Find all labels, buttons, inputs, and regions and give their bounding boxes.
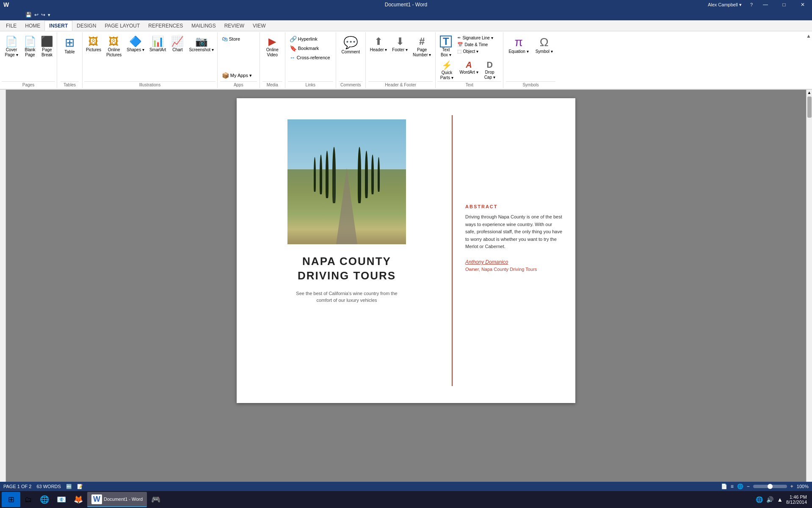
tables-items: ⊞ Table	[61, 33, 79, 81]
store-icon: 🛍	[222, 36, 228, 42]
left-ruler	[0, 90, 6, 482]
undo-button[interactable]: ↩	[34, 12, 39, 18]
tab-insert[interactable]: INSERT	[44, 20, 72, 31]
drop-cap-button[interactable]: D DropCap ▾	[482, 59, 498, 81]
online-video-icon: ▶	[268, 36, 276, 47]
my-apps-label: My Apps ▾	[230, 73, 252, 78]
shapes-button[interactable]: 🔷 Shapes ▾	[125, 35, 146, 53]
store-button[interactable]: 🛍 Store	[220, 35, 242, 43]
vertical-scrollbar[interactable]: ▲	[806, 90, 812, 482]
user-menu[interactable]: Alex Campbell ▾	[703, 2, 747, 8]
drop-cap-label: DropCap ▾	[484, 70, 495, 80]
text-group-label: Text	[437, 81, 501, 87]
text-items-row1: T TextBox ▾ ✒ Signature Line ▾ 📅 Date & …	[437, 35, 500, 58]
network-icon[interactable]: 🌐	[756, 496, 763, 503]
tab-home[interactable]: HOME	[21, 20, 44, 31]
page-break-button[interactable]: ⬛ PageBreak	[39, 35, 55, 58]
pictures-button[interactable]: 🖼 Pictures	[84, 35, 103, 53]
maximize-button[interactable]: □	[775, 0, 793, 9]
lang-icon: 🔤	[66, 484, 72, 489]
zoom-level: 100%	[797, 484, 809, 489]
tab-file[interactable]: FILE	[2, 20, 21, 31]
quick-parts-label: QuickParts ▾	[440, 70, 453, 80]
bookmark-button[interactable]: 🔖 Bookmark	[288, 44, 333, 52]
cypress-2	[326, 151, 329, 198]
online-pictures-button[interactable]: 🖼 OnlinePictures	[105, 35, 123, 58]
signature-line-button[interactable]: ✒ Signature Line ▾	[456, 35, 494, 41]
symbols-group-label: Symbols	[506, 81, 555, 87]
scroll-up-button[interactable]: ▲	[807, 90, 812, 95]
volume-icon[interactable]: 🔊	[766, 496, 773, 503]
collapse-ribbon-button[interactable]: ▲	[805, 32, 812, 88]
page-break-label: PageBreak	[41, 47, 52, 58]
cover-page-button[interactable]: 📄 CoverPage ▾	[2, 35, 21, 58]
footer-button[interactable]: ⬇ Footer ▾	[390, 35, 409, 53]
store-label: Store	[229, 36, 240, 41]
scroll-thumb[interactable]	[807, 97, 812, 118]
text-box-label: TextBox ▾	[441, 47, 451, 58]
left-page-content: NAPA COUNTYDRIVING TOURS See the best of…	[258, 119, 436, 304]
zoom-slider[interactable]	[753, 485, 787, 488]
redo-button[interactable]: ↪	[41, 12, 45, 18]
taskbar-firefox[interactable]: 🦊	[70, 492, 86, 507]
quick-parts-button[interactable]: ⚡ QuickParts ▾	[437, 59, 456, 81]
online-video-label: OnlineVideo	[266, 47, 279, 58]
page-number-button[interactable]: # PageNumber ▾	[411, 35, 433, 58]
table-button[interactable]: ⊞ Table	[62, 35, 77, 55]
tab-view[interactable]: VIEW	[249, 20, 270, 31]
table-label: Table	[65, 50, 75, 54]
save-button[interactable]: 💾	[25, 12, 32, 18]
print-layout-view[interactable]: 📄	[721, 483, 727, 489]
help-button[interactable]: ?	[747, 2, 756, 7]
online-video-button[interactable]: ▶ OnlineVideo	[265, 35, 280, 58]
taskbar-chrome[interactable]: 🌐	[36, 492, 52, 507]
object-button[interactable]: ⬚ Object ▾	[456, 48, 494, 55]
header-button[interactable]: ⬆ Header ▾	[368, 35, 389, 53]
title-bar-right: Alex Campbell ▾ ? — □ ✕	[703, 0, 812, 9]
wordart-button[interactable]: A WordArt ▾	[458, 59, 480, 81]
comment-button[interactable]: 💬 Comment	[339, 35, 362, 55]
minimize-button[interactable]: —	[756, 0, 775, 9]
sky	[287, 119, 406, 169]
start-button[interactable]: ⊞	[2, 492, 20, 507]
zoom-in-button[interactable]: +	[790, 483, 793, 489]
word-taskbar-icon: W	[91, 494, 102, 504]
document-scroll-area[interactable]: NAPA COUNTYDRIVING TOURS See the best of…	[6, 90, 806, 482]
close-button[interactable]: ✕	[793, 0, 812, 9]
web-layout-view[interactable]: 🌐	[737, 483, 743, 489]
taskbar-outlook[interactable]: 📧	[53, 492, 69, 507]
notification-icon[interactable]: ▲	[777, 496, 783, 503]
my-apps-button[interactable]: 📦 My Apps ▾	[220, 71, 257, 80]
taskbar-file-explorer[interactable]: 🗂	[21, 492, 36, 507]
tab-references[interactable]: REFERENCES	[144, 20, 187, 31]
bookmark-icon: 🔖	[290, 45, 297, 52]
clock-display[interactable]: 1:46 PM 8/12/2014	[786, 494, 807, 505]
quick-access-dropdown[interactable]: ▾	[48, 12, 50, 18]
tab-mailings[interactable]: MAILINGS	[187, 20, 220, 31]
word-taskbar-label: Document1 - Word	[104, 497, 143, 502]
cross-reference-button[interactable]: ↔ Cross-reference	[288, 53, 333, 62]
taskbar-game[interactable]: 🎮	[148, 492, 164, 507]
taskbar-word[interactable]: W Document1 - Word	[87, 492, 147, 507]
zoom-slider-thumb	[768, 484, 773, 489]
date-time-button[interactable]: 📅 Date & Time	[456, 41, 494, 48]
title-text: NAPA COUNTYDRIVING TOURS	[298, 255, 396, 282]
tab-review[interactable]: REVIEW	[220, 20, 249, 31]
symbol-button[interactable]: Ω Symbol ▾	[533, 35, 555, 55]
tab-design[interactable]: DESIGN	[72, 20, 100, 31]
illustrations-group-label: Illustrations	[84, 81, 215, 87]
hyperlink-button[interactable]: 🔗 Hyperlink	[288, 35, 333, 43]
blank-page-icon: 📄	[24, 36, 36, 47]
equation-button[interactable]: π Equation ▾	[506, 35, 531, 55]
smartart-button[interactable]: 📊 SmartArt	[148, 35, 168, 53]
full-reading-view[interactable]: ≡	[731, 483, 734, 489]
document-image	[287, 119, 406, 244]
blank-page-button[interactable]: 📄 BlankPage	[22, 35, 38, 58]
text-box-button[interactable]: T TextBox ▾	[437, 35, 454, 58]
chart-button[interactable]: 📈 Chart	[169, 35, 185, 53]
signature-line-icon: ✒	[457, 35, 461, 41]
tab-page-layout[interactable]: PAGE LAYOUT	[100, 20, 144, 31]
header-icon: ⬆	[374, 36, 383, 47]
screenshot-button[interactable]: 📷 Screenshot ▾	[187, 35, 215, 53]
zoom-out-button[interactable]: −	[747, 483, 750, 489]
